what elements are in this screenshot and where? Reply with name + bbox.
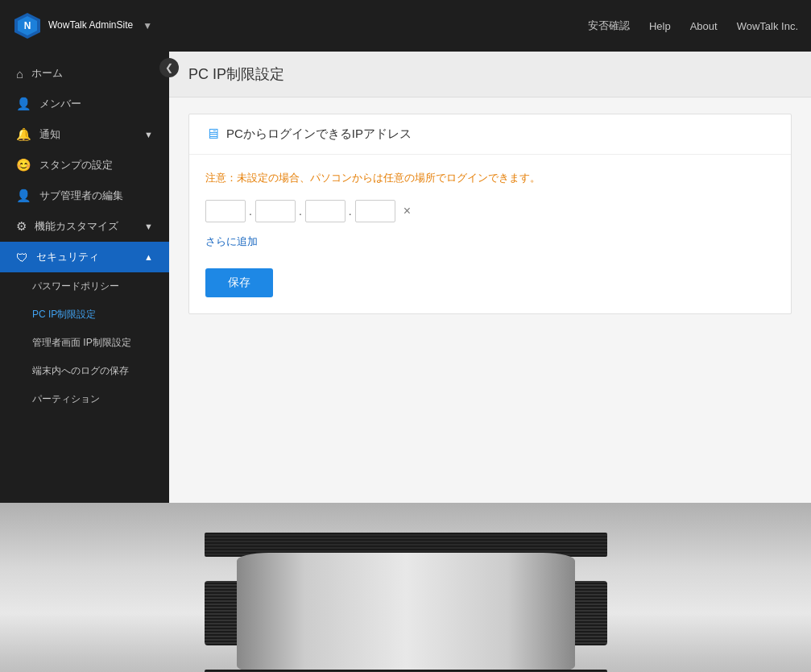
sidebar-toggle[interactable]: ❮ [159, 58, 179, 77]
home-icon: ⌂ [16, 67, 23, 81]
ip-remove-button[interactable]: × [403, 204, 411, 218]
member-icon: 👤 [16, 97, 31, 111]
sidebar-label-stamp: スタンプの設定 [39, 158, 113, 172]
wowtalk-logo: N [13, 11, 42, 40]
sidebar-sub-partition[interactable]: パーティション [0, 385, 169, 413]
sidebar: ❮ ⌂ ホーム 👤 メンバー 🔔 通知 ▼ 😊 スタンプの設定 👤 サブ管理者の… [0, 52, 169, 503]
feature-arrow: ▼ [144, 222, 153, 231]
sidebar-security-submenu: パスワードポリシー PC IP制限設定 管理者画面 IP制限設定 端末内へのログ… [0, 272, 169, 413]
save-button[interactable]: 保存 [205, 268, 273, 297]
ip-segment-3[interactable] [305, 200, 346, 222]
sidebar-item-home[interactable]: ⌂ ホーム [0, 58, 169, 89]
sidebar-label-security: セキュリティ [36, 250, 99, 264]
sidebar-label-feature: 機能カスタマイズ [35, 219, 118, 234]
scroll-middle [237, 553, 575, 672]
add-more-link[interactable]: さらに追加 [205, 234, 258, 249]
ip-segment-2[interactable] [255, 200, 296, 222]
security-icon: 🛡 [16, 251, 28, 264]
page-body: 🖥 PCからログインできるIPアドレス 注意：未設定の場合、パソコンからは任意の… [169, 97, 811, 330]
section-title: PCからログインできるIPアドレス [226, 127, 412, 142]
stamp-icon: 😊 [16, 158, 31, 172]
sidebar-item-stamp[interactable]: 😊 スタンプの設定 [0, 150, 169, 180]
page-title: PC IP制限設定 [188, 64, 792, 84]
svg-text:N: N [24, 20, 31, 31]
logo-text: WowTalk AdminSite [48, 19, 133, 32]
monitor-icon: 🖥 [205, 126, 220, 143]
sidebar-sub-pc-ip[interactable]: PC IP制限設定 [0, 301, 169, 329]
main-layout: ❮ ⌂ ホーム 👤 メンバー 🔔 通知 ▼ 😊 スタンプの設定 👤 サブ管理者の… [0, 52, 811, 503]
section-header: 🖥 PCからログインできるIPアドレス [189, 114, 791, 155]
sidebar-item-feature[interactable]: ⚙ 機能カスタマイズ ▼ [0, 211, 169, 242]
bottom-decorative-area [0, 503, 811, 672]
logo-dropdown-arrow[interactable]: ▼ [143, 20, 152, 31]
ip-segment-1[interactable] [205, 200, 246, 222]
ip-dot-3: . [349, 205, 352, 218]
sidebar-item-notification[interactable]: 🔔 通知 ▼ [0, 119, 169, 150]
sidebar-item-security[interactable]: 🛡 セキュリティ ▲ [0, 242, 169, 272]
nav-wowtalk-inc[interactable]: WowTalk Inc. [737, 20, 798, 32]
page-header: PC IP制限設定 [169, 52, 811, 97]
security-arrow: ▲ [144, 252, 153, 262]
feature-icon: ⚙ [16, 219, 27, 234]
subadmin-icon: 👤 [16, 189, 31, 203]
sidebar-sub-password-policy[interactable]: パスワードポリシー [0, 272, 169, 301]
section-body: 注意：未設定の場合、パソコンからは任意の場所でログインできます。 . . . ×… [189, 155, 791, 313]
ip-dot-2: . [299, 205, 302, 218]
nav-about[interactable]: About [690, 20, 718, 32]
notification-arrow: ▼ [144, 130, 153, 139]
notification-icon: 🔔 [16, 127, 31, 142]
nav-right: 安否確認 Help About WowTalk Inc. [588, 19, 798, 33]
nav-anzen[interactable]: 安否確認 [588, 19, 630, 33]
save-button-container: 保存 [205, 268, 775, 297]
content-area: PC IP制限設定 🖥 PCからログインできるIPアドレス 注意：未設定の場合、… [169, 52, 811, 503]
top-navigation: N WowTalk AdminSite ▼ 安否確認 Help About Wo… [0, 0, 811, 52]
sidebar-item-member[interactable]: 👤 メンバー [0, 89, 169, 119]
sidebar-label-member: メンバー [39, 97, 81, 111]
scroll-decoration [205, 533, 607, 672]
sidebar-sub-admin-ip[interactable]: 管理者画面 IP制限設定 [0, 329, 169, 357]
sidebar-label-notification: 通知 [39, 127, 60, 142]
ip-dot-1: . [249, 205, 252, 218]
sidebar-label-subadmin: サブ管理者の編集 [39, 189, 123, 203]
section-card: 🖥 PCからログインできるIPアドレス 注意：未設定の場合、パソコンからは任意の… [188, 114, 792, 314]
warning-text: 注意：未設定の場合、パソコンからは任意の場所でログインできます。 [205, 171, 775, 185]
ip-segment-4[interactable] [355, 200, 395, 222]
ip-input-row: . . . × [205, 200, 775, 222]
nav-help[interactable]: Help [649, 20, 671, 32]
sidebar-label-home: ホーム [31, 66, 63, 81]
sidebar-item-subadmin[interactable]: 👤 サブ管理者の編集 [0, 180, 169, 211]
logo-area[interactable]: N WowTalk AdminSite ▼ [13, 11, 152, 40]
sidebar-sub-log-save[interactable]: 端末内へのログの保存 [0, 357, 169, 385]
